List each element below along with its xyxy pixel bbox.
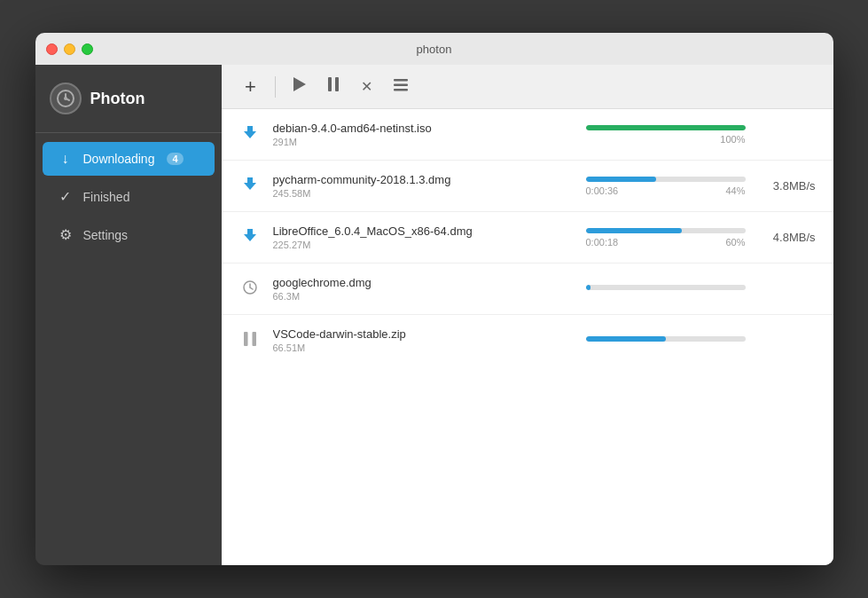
sidebar: Photon ↓ Downloading 4 ✓ Finished ⚙ Sett… <box>35 65 222 565</box>
svg-point-1 <box>64 97 67 100</box>
app-logo: Photon <box>35 75 222 129</box>
item-size: 245.58M <box>273 188 556 199</box>
svg-rect-5 <box>394 79 408 82</box>
main-area: Photon ↓ Downloading 4 ✓ Finished ⚙ Sett… <box>35 65 833 565</box>
item-progress-area: 0:00:18 60% <box>568 228 746 248</box>
window-title: photon <box>417 43 452 56</box>
download-item: LibreOffice_6.0.4_MacOS_x86-64.dmg 225.2… <box>222 212 833 264</box>
downloading-badge: 4 <box>167 153 183 165</box>
check-icon: ✓ <box>57 188 74 205</box>
item-progress-area: 0:00:36 44% <box>568 177 746 196</box>
svg-marker-8 <box>244 126 256 138</box>
toolbar-divider <box>275 76 276 98</box>
item-filename: debian-9.4.0-amd64-netinst.iso <box>273 122 556 135</box>
item-filename: LibreOffice_6.0.4_MacOS_x86-64.dmg <box>273 224 556 238</box>
app-window: photon Photon ↓ Downloading 4 <box>35 33 833 565</box>
list-icon <box>394 77 408 96</box>
svg-rect-4 <box>335 77 339 91</box>
item-speed: 3.8MB/s <box>758 179 816 193</box>
item-size: 291M <box>273 137 556 147</box>
item-size: 225.27M <box>273 240 556 250</box>
item-filename: googlechrome.dmg <box>273 276 556 289</box>
add-button[interactable]: + <box>236 72 266 102</box>
pause-icon <box>328 77 339 96</box>
content-area: + ✕ <box>222 65 833 565</box>
sidebar-item-label: Downloading <box>83 152 155 166</box>
minimize-button[interactable] <box>64 43 75 55</box>
item-progress-area: 100% <box>568 125 746 145</box>
close-button[interactable] <box>46 43 58 55</box>
item-progress-area <box>568 285 746 294</box>
progress-bar-fill <box>586 285 590 290</box>
progress-meta: 100% <box>586 134 746 145</box>
progress-bar-fill <box>586 228 682 233</box>
download-status-icon <box>239 177 261 195</box>
download-icon: ↓ <box>57 151 74 167</box>
list-button[interactable] <box>386 72 416 102</box>
download-item: googlechrome.dmg 66.3M <box>222 264 833 315</box>
item-progress-area <box>568 336 746 345</box>
wait-status-icon <box>239 280 261 298</box>
download-item: pycharm-community-2018.1.3.dmg 245.58M 0… <box>222 161 833 212</box>
progress-bar-container <box>586 125 746 130</box>
download-status-icon <box>239 229 261 247</box>
sidebar-item-settings[interactable]: ⚙ Settings <box>43 217 215 252</box>
downloads-list: debian-9.4.0-amd64-netinst.iso 291M 100% <box>222 109 833 565</box>
svg-marker-9 <box>244 177 256 190</box>
toolbar: + ✕ <box>222 65 833 109</box>
item-speed: 4.8MB/s <box>758 231 816 244</box>
sidebar-item-downloading[interactable]: ↓ Downloading 4 <box>43 142 215 176</box>
title-bar: photon <box>35 33 833 65</box>
progress-bar-fill <box>586 177 656 182</box>
play-button[interactable] <box>285 72 315 102</box>
sidebar-item-finished[interactable]: ✓ Finished <box>43 179 215 214</box>
sidebar-divider <box>35 132 222 133</box>
x-icon: ✕ <box>361 78 372 95</box>
app-name: Photon <box>90 90 145 108</box>
item-info: LibreOffice_6.0.4_MacOS_x86-64.dmg 225.2… <box>273 224 556 250</box>
progress-meta: 0:00:36 44% <box>586 185 746 196</box>
item-info: debian-9.4.0-amd64-netinst.iso 291M <box>273 122 556 147</box>
download-item: debian-9.4.0-amd64-netinst.iso 291M 100% <box>222 109 833 161</box>
progress-percent: 60% <box>725 237 745 248</box>
plus-icon: + <box>245 75 256 98</box>
progress-bar-fill <box>586 125 746 130</box>
progress-percent: 100% <box>720 134 745 145</box>
progress-time: 0:00:36 <box>586 185 619 196</box>
svg-rect-13 <box>252 332 256 346</box>
app-icon <box>50 83 82 114</box>
item-size: 66.3M <box>273 291 556 302</box>
download-item: VSCode-darwin-stable.zip 66.51M <box>222 315 833 366</box>
svg-rect-6 <box>394 84 408 87</box>
svg-marker-10 <box>244 229 256 241</box>
sidebar-item-label: Finished <box>83 190 130 204</box>
svg-rect-7 <box>394 89 408 91</box>
download-status-icon <box>239 126 261 144</box>
gear-icon: ⚙ <box>57 226 74 243</box>
item-info: pycharm-community-2018.1.3.dmg 245.58M <box>273 173 556 199</box>
svg-rect-3 <box>328 77 332 91</box>
cancel-button[interactable]: ✕ <box>352 72 382 102</box>
progress-time: 0:00:18 <box>586 237 619 248</box>
play-icon <box>293 77 306 96</box>
maximize-button[interactable] <box>82 43 93 55</box>
progress-bar-fill <box>586 336 666 342</box>
svg-rect-12 <box>244 332 248 346</box>
item-filename: pycharm-community-2018.1.3.dmg <box>273 173 556 186</box>
svg-marker-2 <box>293 77 306 91</box>
progress-bar-container <box>586 285 746 290</box>
progress-percent: 44% <box>725 185 745 196</box>
pause-button[interactable] <box>318 72 348 102</box>
progress-bar-container <box>586 336 746 342</box>
item-size: 66.51M <box>273 342 556 353</box>
item-info: VSCode-darwin-stable.zip 66.51M <box>273 327 556 353</box>
progress-bar-container <box>586 177 746 182</box>
pause-status-icon <box>239 332 261 350</box>
progress-meta: 0:00:18 60% <box>586 237 746 248</box>
progress-bar-container <box>586 228 746 233</box>
sidebar-item-label: Settings <box>83 228 129 242</box>
item-filename: VSCode-darwin-stable.zip <box>273 327 556 341</box>
traffic-lights <box>46 43 93 55</box>
item-info: googlechrome.dmg 66.3M <box>273 276 556 302</box>
